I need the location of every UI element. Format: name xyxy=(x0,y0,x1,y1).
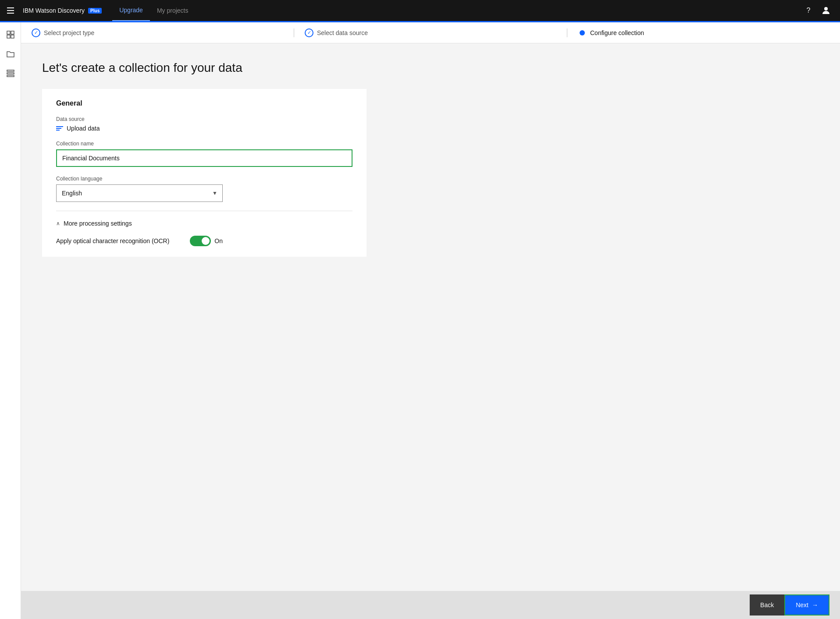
page-title: Let's create a collection for your data xyxy=(42,61,819,75)
svg-rect-7 xyxy=(7,75,14,77)
myprojects-link[interactable]: My projects xyxy=(150,0,196,21)
next-button[interactable]: Next → xyxy=(784,594,829,615)
sidebar-item-folder[interactable] xyxy=(2,45,19,63)
steps-header: ✓ Select project type ✓ Select data sour… xyxy=(21,22,840,43)
svg-rect-5 xyxy=(7,70,14,71)
brand-name: IBM Watson Discovery xyxy=(23,7,85,14)
svg-rect-4 xyxy=(11,35,14,38)
sidebar-item-list[interactable] xyxy=(2,64,19,82)
step3-active-dot xyxy=(580,30,585,35)
menu-icon[interactable] xyxy=(7,6,16,15)
data-source-field: Data source Upload data xyxy=(56,116,352,132)
svg-rect-1 xyxy=(7,31,10,34)
collection-language-field: Collection language English French Germa… xyxy=(56,176,352,202)
nav-links: Upgrade My projects xyxy=(112,0,195,21)
nav-actions: ? xyxy=(801,4,833,18)
svg-rect-3 xyxy=(7,35,10,38)
more-settings-label: More processing settings xyxy=(64,220,132,227)
ocr-row: Apply optical character recognition (OCR… xyxy=(56,236,223,246)
datasource-icon xyxy=(56,126,63,131)
step2-label: Select data source xyxy=(317,29,368,36)
collection-name-input[interactable] xyxy=(56,149,352,167)
plan-badge: Plus xyxy=(88,8,102,14)
ocr-state-label: On xyxy=(214,237,223,244)
next-button-label: Next xyxy=(796,601,808,608)
collection-language-select[interactable]: English French German Spanish Italian Po… xyxy=(56,184,223,202)
svg-point-0 xyxy=(824,7,828,11)
step1-label: Select project type xyxy=(44,29,94,36)
upgrade-link[interactable]: Upgrade xyxy=(112,0,150,21)
more-settings-toggle[interactable]: ∧ More processing settings xyxy=(56,220,352,227)
step-select-datasource: ✓ Select data source xyxy=(305,28,556,37)
ocr-toggle-group: On xyxy=(190,236,223,246)
data-source-value: Upload data xyxy=(67,125,100,132)
back-button[interactable]: Back xyxy=(750,594,784,615)
general-section-card: General Data source Upload data Collecti… xyxy=(42,89,367,257)
step-configure-collection: Configure collection xyxy=(578,28,829,37)
section-title: General xyxy=(56,99,352,107)
sidebar-item-grid[interactable] xyxy=(2,26,19,43)
ocr-label: Apply optical character recognition (OCR… xyxy=(56,237,169,244)
chevron-up-icon: ∧ xyxy=(56,220,60,226)
sidebar xyxy=(0,22,21,619)
svg-rect-2 xyxy=(11,31,14,34)
step1-icon: ✓ xyxy=(32,28,40,37)
step3-icon-wrapper xyxy=(578,28,587,37)
page-content: Let's create a collection for your data … xyxy=(21,43,840,591)
footer: Back Next → xyxy=(21,591,840,619)
section-divider xyxy=(56,211,352,211)
data-source-value-row: Upload data xyxy=(56,125,352,132)
arrow-right-icon: → xyxy=(812,601,818,608)
app-brand: IBM Watson Discovery Plus xyxy=(23,7,102,14)
help-icon[interactable]: ? xyxy=(801,4,815,18)
top-navigation: IBM Watson Discovery Plus Upgrade My pro… xyxy=(0,0,840,21)
svg-rect-6 xyxy=(7,73,14,74)
step-divider-2 xyxy=(567,28,567,37)
data-source-label: Data source xyxy=(56,116,352,122)
collection-language-select-wrapper: English French German Spanish Italian Po… xyxy=(56,184,223,202)
ocr-toggle[interactable] xyxy=(190,236,211,246)
user-icon[interactable] xyxy=(819,4,833,18)
step2-icon: ✓ xyxy=(305,28,313,37)
step-select-project: ✓ Select project type xyxy=(32,28,283,37)
toggle-knob xyxy=(202,237,210,245)
step-divider-1 xyxy=(294,28,294,37)
main-content: ✓ Select project type ✓ Select data sour… xyxy=(21,22,840,619)
collection-name-label: Collection name xyxy=(56,141,352,147)
step3-label: Configure collection xyxy=(590,29,644,36)
collection-language-label: Collection language xyxy=(56,176,352,182)
collection-name-field: Collection name xyxy=(56,141,352,167)
